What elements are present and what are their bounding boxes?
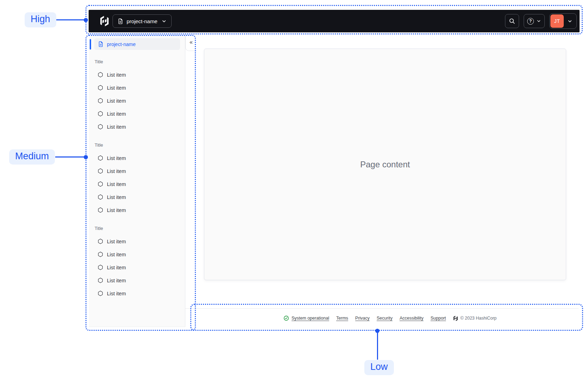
collapse-chevrons-icon: « <box>190 39 193 45</box>
project-switcher-button[interactable]: project-name <box>113 14 172 28</box>
hexagon-icon <box>97 194 103 200</box>
system-status-label: System operational <box>292 316 329 321</box>
hexagon-icon <box>97 111 103 117</box>
user-menu-button[interactable]: JT <box>549 13 577 29</box>
sidebar: project-name TitleList itemList itemList… <box>89 35 185 327</box>
copyright-text: © 2023 HashiCorp <box>460 316 497 321</box>
sidebar-item-label: List item <box>107 278 126 283</box>
page-content-placeholder: Page content <box>360 160 410 169</box>
connector-dot-medium <box>84 155 88 159</box>
topbar-actions: ? JT <box>505 13 577 29</box>
sidebar-item-label: List item <box>107 181 126 187</box>
chevron-down-icon <box>536 19 541 24</box>
connector-dot-high <box>84 18 88 22</box>
sidebar-list-item[interactable]: List item <box>95 68 179 81</box>
sidebar-list-item[interactable]: List item <box>95 235 179 248</box>
sidebar-list-item[interactable]: List item <box>95 107 179 120</box>
sidebar-project-item[interactable]: project-name <box>94 38 180 50</box>
sidebar-list-item[interactable]: List item <box>95 287 179 300</box>
hashicorp-logo-icon[interactable] <box>99 16 110 26</box>
sidebar-section: TitleList itemList itemList itemList ite… <box>89 225 185 300</box>
sidebar-list-item[interactable]: List item <box>95 178 179 191</box>
sidebar-list-item[interactable]: List item <box>95 204 179 217</box>
sidebar-section-title: Title <box>95 58 179 65</box>
sidebar-project-label: project-name <box>107 41 136 47</box>
avatar: JT <box>550 14 564 28</box>
sidebar-item-label: List item <box>107 265 126 270</box>
footer-link[interactable]: Accessibility <box>400 316 423 321</box>
sidebar-item-label: List item <box>107 124 126 130</box>
document-icon <box>98 41 104 47</box>
hexagon-icon <box>97 207 103 213</box>
connector-line-low <box>377 331 378 360</box>
hexagon-icon <box>97 85 103 91</box>
project-switcher-label: project-name <box>127 18 158 24</box>
footer-divider <box>185 308 579 309</box>
connector-line-high <box>54 19 86 20</box>
footer: System operational TermsPrivacySecurityA… <box>283 314 497 322</box>
sidebar-item-label: List item <box>107 111 126 117</box>
hexagon-icon <box>97 124 103 130</box>
sidebar-item-label: List item <box>107 155 126 161</box>
sidebar-list-item[interactable]: List item <box>95 152 179 165</box>
sidebar-item-label: List item <box>107 72 126 78</box>
priority-label-high: High <box>25 12 56 27</box>
sidebar-list-item[interactable]: List item <box>95 191 179 204</box>
priority-label-low: Low <box>364 360 394 375</box>
chevron-down-icon <box>567 19 573 24</box>
sidebar-list-item[interactable]: List item <box>95 120 179 133</box>
sidebar-list-item[interactable]: List item <box>95 274 179 287</box>
sidebar-collapse-button[interactable]: « <box>185 35 197 51</box>
footer-copyright: © 2023 HashiCorp <box>453 316 497 321</box>
hexagon-icon <box>97 155 103 161</box>
footer-link[interactable]: Terms <box>336 316 348 321</box>
sidebar-item-label: List item <box>107 207 126 213</box>
sidebar-item-label: List item <box>107 194 126 200</box>
sidebar-item-label: List item <box>107 291 126 296</box>
sidebar-section-title: Title <box>95 225 179 232</box>
hexagon-icon <box>97 181 103 187</box>
top-navigation-bar: project-name ? JT <box>89 10 580 32</box>
sidebar-nav: TitleList itemList itemList itemList ite… <box>89 50 185 300</box>
footer-link[interactable]: Support <box>430 316 446 321</box>
sidebar-item-label: List item <box>107 85 126 91</box>
check-circle-icon <box>283 315 289 321</box>
footer-link[interactable]: Security <box>377 316 392 321</box>
sidebar-list-item[interactable]: List item <box>95 248 179 261</box>
hexagon-icon <box>97 277 103 283</box>
sidebar-section: TitleList itemList itemList itemList ite… <box>89 142 185 217</box>
hexagon-icon <box>97 290 103 296</box>
hexagon-icon <box>97 72 103 78</box>
search-icon <box>509 18 516 25</box>
active-indicator <box>90 39 91 50</box>
sidebar-item-label: List item <box>107 98 126 104</box>
sidebar-item-label: List item <box>107 239 126 244</box>
chevron-down-icon <box>161 19 167 24</box>
help-icon: ? <box>527 18 534 25</box>
footer-link[interactable]: Privacy <box>355 316 370 321</box>
sidebar-list-item[interactable]: List item <box>95 165 179 178</box>
canvas: project-name ? JT <box>0 0 588 379</box>
priority-label-medium: Medium <box>9 149 55 165</box>
system-status-link[interactable]: System operational <box>283 315 329 321</box>
document-icon <box>117 18 123 24</box>
sidebar-item-label: List item <box>107 252 126 257</box>
hexagon-icon <box>97 264 103 270</box>
sidebar-section-title: Title <box>95 142 179 149</box>
hexagon-icon <box>97 168 103 174</box>
sidebar-item-label: List item <box>107 168 126 174</box>
sidebar-list-item[interactable]: List item <box>95 81 179 94</box>
sidebar-section: TitleList itemList itemList itemList ite… <box>89 58 185 133</box>
hexagon-icon <box>97 251 103 257</box>
connector-dot-low <box>375 329 379 333</box>
sidebar-list-item[interactable]: List item <box>95 261 179 274</box>
help-menu-button[interactable]: ? <box>524 14 545 28</box>
search-button[interactable] <box>505 14 519 28</box>
hexagon-icon <box>97 98 103 104</box>
page-content-area: Page content <box>204 49 566 280</box>
hexagon-icon <box>97 238 103 244</box>
sidebar-list-item[interactable]: List item <box>95 94 179 107</box>
connector-line-medium <box>55 156 86 158</box>
hashicorp-logo-icon <box>453 316 458 321</box>
